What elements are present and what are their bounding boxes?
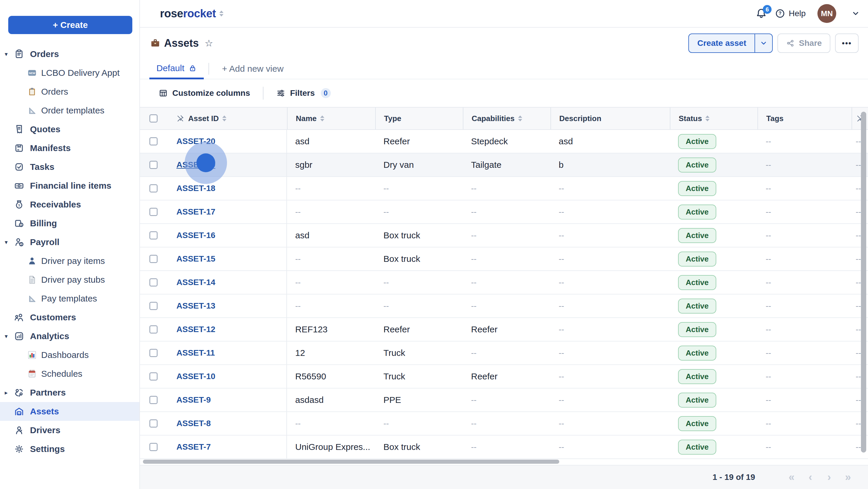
sidebar-item-financial-line-items[interactable]: Financial line items: [0, 176, 140, 195]
sidebar-item-driver-pay-stubs[interactable]: Driver pay stubs: [0, 270, 140, 289]
row-checkbox[interactable]: [149, 396, 158, 404]
sidebar-item-customers[interactable]: Customers: [0, 308, 140, 327]
sidebar-item-quotes[interactable]: Quotes: [0, 120, 140, 139]
row-checkbox[interactable]: [149, 302, 158, 310]
create-asset-button[interactable]: Create asset: [688, 33, 773, 53]
table-row[interactable]: ASSET-19sgbrDry vanTailgatebActive----: [140, 153, 868, 177]
row-checkbox[interactable]: [149, 325, 158, 333]
asset-link[interactable]: ASSET-7: [177, 442, 211, 452]
asset-link[interactable]: ASSET-11: [177, 348, 215, 358]
sidebar-item-dashboards[interactable]: Dashboards: [0, 346, 140, 364]
app-logo[interactable]: roserocket: [160, 7, 223, 20]
caret-down-icon[interactable]: ▾: [5, 239, 13, 245]
avatar[interactable]: MN: [817, 4, 836, 23]
asset-link[interactable]: ASSET-13: [177, 301, 215, 311]
cell-value: --: [471, 419, 477, 428]
asset-link[interactable]: ASSET-19: [177, 160, 215, 169]
sidebar-item-schedules[interactable]: Schedules: [0, 364, 140, 383]
asset-link[interactable]: ASSET-18: [177, 184, 215, 193]
row-checkbox[interactable]: [149, 349, 158, 357]
asset-link[interactable]: ASSET-10: [177, 372, 215, 381]
help-button[interactable]: ? Help: [775, 8, 806, 19]
pagination-next-button[interactable]: ›: [825, 472, 834, 483]
asset-link[interactable]: ASSET-16: [177, 231, 215, 240]
row-checkbox[interactable]: [149, 184, 158, 193]
sidebar-item-assets[interactable]: Assets: [0, 402, 140, 421]
table-row[interactable]: ASSET-8--------Active----: [140, 412, 868, 435]
sidebar-item-pay-templates[interactable]: Pay templates: [0, 289, 140, 308]
create-asset-label[interactable]: Create asset: [689, 34, 754, 52]
vertical-scrollbar[interactable]: [861, 112, 866, 453]
sidebar-item-orders[interactable]: ▾Orders: [0, 45, 140, 63]
row-checkbox[interactable]: [149, 231, 158, 239]
row-checkbox[interactable]: [149, 278, 158, 287]
sidebar-item-receivables[interactable]: $Receivables: [0, 195, 140, 214]
sidebar-item-lcbo-delivery-appt[interactable]: NEWLCBO Delivery Appt: [0, 63, 140, 82]
sidebar-item-billing[interactable]: $Billing: [0, 214, 140, 233]
column-header-name[interactable]: Name: [287, 107, 375, 129]
pagination-last-button[interactable]: »: [843, 472, 853, 483]
row-checkbox[interactable]: [149, 137, 158, 145]
tab-default[interactable]: Default: [149, 59, 204, 79]
column-header-capabilities[interactable]: Capabilities: [463, 107, 551, 129]
cell: --: [375, 177, 463, 200]
row-checkbox[interactable]: [149, 208, 158, 216]
column-header-status[interactable]: Status: [670, 107, 757, 129]
asset-link[interactable]: ASSET-8: [177, 419, 211, 428]
asset-link[interactable]: ASSET-20: [177, 137, 215, 146]
sidebar-item-analytics[interactable]: ▾Analytics: [0, 327, 140, 346]
table-row[interactable]: ASSET-17--------Active----: [140, 200, 868, 224]
horizontal-scrollbar-thumb[interactable]: [143, 460, 559, 464]
share-button[interactable]: Share: [777, 33, 830, 53]
chevron-down-icon[interactable]: [851, 9, 860, 18]
sidebar-item-order-templates[interactable]: Order templates: [0, 101, 140, 120]
asset-link[interactable]: ASSET-15: [177, 254, 215, 264]
asset-link[interactable]: ASSET-17: [177, 207, 215, 217]
asset-link[interactable]: ASSET-14: [177, 278, 215, 287]
pagination-prev-button[interactable]: ‹: [806, 472, 815, 483]
sidebar-item-tasks[interactable]: Tasks: [0, 158, 140, 176]
sidebar-item-manifests[interactable]: Manifests: [0, 139, 140, 158]
table-row[interactable]: ASSET-9asdasdPPE----Active----: [140, 389, 868, 412]
sidebar-item-settings[interactable]: Settings: [0, 439, 140, 458]
favorite-star-icon[interactable]: ☆: [205, 38, 213, 48]
table-row[interactable]: ASSET-16asdBox truck----Active----: [140, 224, 868, 248]
sidebar-item-partners[interactable]: ▸Partners: [0, 383, 140, 402]
sidebar-item-driver-pay-items[interactable]: Driver pay items: [0, 252, 140, 270]
row-checkbox[interactable]: [149, 443, 158, 451]
table-row[interactable]: ASSET-14--------Active----: [140, 271, 868, 294]
row-checkbox[interactable]: [149, 372, 158, 381]
table-row[interactable]: ASSET-1112Truck----Active----: [140, 341, 868, 365]
sidebar-item-orders[interactable]: Orders: [0, 82, 140, 101]
filters-button[interactable]: Filters 0: [276, 88, 331, 98]
customize-columns-button[interactable]: Customize columns: [159, 89, 250, 98]
row-checkbox[interactable]: [149, 161, 158, 169]
table-row[interactable]: ASSET-20asdReeferStepdeckasdActive----: [140, 130, 868, 153]
asset-link[interactable]: ASSET-12: [177, 325, 215, 334]
org-switcher-icon[interactable]: [219, 10, 223, 17]
asset-link[interactable]: ASSET-9: [177, 395, 211, 405]
row-checkbox[interactable]: [149, 419, 158, 428]
table-row[interactable]: ASSET-10R56590TruckReefer--Active----: [140, 365, 868, 389]
create-button[interactable]: + Create: [8, 16, 132, 34]
create-asset-dropdown-button[interactable]: [754, 34, 772, 52]
caret-right-icon[interactable]: ▸: [5, 390, 13, 396]
pagination-first-button[interactable]: «: [787, 472, 796, 483]
select-all-checkbox[interactable]: [149, 114, 158, 123]
caret-down-icon[interactable]: ▾: [5, 51, 13, 57]
more-actions-button[interactable]: •••: [835, 33, 859, 53]
sidebar-item-drivers[interactable]: Drivers: [0, 421, 140, 439]
table-row[interactable]: ASSET-18--------Active----: [140, 177, 868, 200]
sidebar-item-payroll[interactable]: ▾$Payroll: [0, 233, 140, 252]
notifications-button[interactable]: 6: [756, 8, 767, 19]
table-row[interactable]: ASSET-7UniGroup Expres...Box truck----Ac…: [140, 435, 868, 459]
row-checkbox[interactable]: [149, 255, 158, 263]
column-header-asset-id[interactable]: Asset ID: [170, 107, 287, 129]
add-new-view-button[interactable]: + Add new view: [222, 64, 283, 74]
caret-down-icon[interactable]: ▾: [5, 333, 13, 339]
table-row[interactable]: ASSET-12REF123ReeferReefer--Active----: [140, 318, 868, 341]
horizontal-scrollbar[interactable]: [140, 459, 868, 465]
table-row[interactable]: ASSET-13--------Active----: [140, 294, 868, 318]
table-row[interactable]: ASSET-15--Box truck----Active----: [140, 248, 868, 271]
cell: Reefer: [375, 130, 463, 153]
